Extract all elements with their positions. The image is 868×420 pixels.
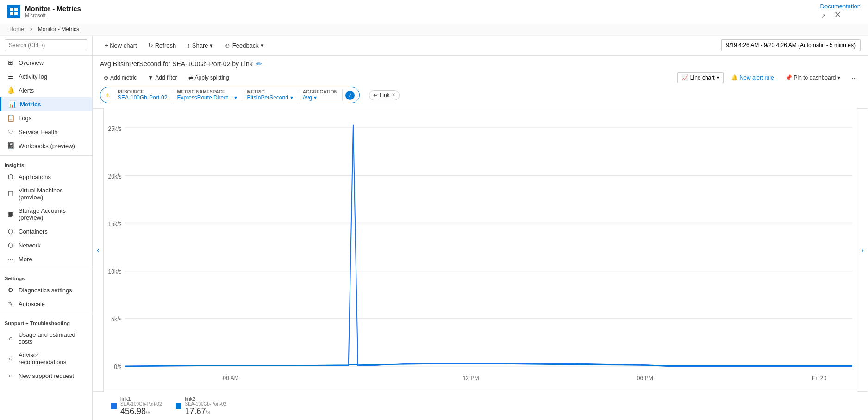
resource-field: RESOURCE SEA-100Gb-Port-02: [113, 89, 172, 101]
usage-costs-icon: ○: [6, 334, 15, 342]
namespace-field: METRIC NAMESPACE ExpressRoute Direct... …: [172, 89, 242, 101]
alerts-icon: 🔔: [6, 86, 15, 94]
chart-legend: link1 SEA-100Gb-Port-02 456.98/s link2 S…: [93, 392, 868, 420]
legend-info-link2: link2 SEA-100Gb-Port-02 17.67/s: [185, 396, 227, 416]
sidebar-item-label: Virtual Machines (preview): [19, 187, 87, 201]
sidebar: ⊞Overview☰Activity log🔔Alerts📊Metrics📋Lo…: [0, 36, 93, 420]
chart-wrapper: ‹ 25k/s 20k/s 15k/s 10k/s 5k/s 0/s: [93, 108, 868, 392]
sidebar-divider-1: [0, 155, 92, 156]
svg-text:06 PM: 06 PM: [637, 373, 653, 382]
sidebar-item-label: Alerts: [19, 87, 34, 94]
apply-splitting-button[interactable]: ⇌ Apply splitting: [185, 73, 233, 83]
legend-value-link2: 17.67/s: [185, 407, 227, 416]
share-button[interactable]: ↑ Share ▾: [182, 40, 218, 51]
chart-nav-left-button[interactable]: ‹: [93, 108, 104, 392]
link-icon: ↩: [373, 92, 378, 99]
metric-config-bar: ⚠ RESOURCE SEA-100Gb-Port-02 METRIC NAME…: [100, 87, 360, 103]
documentation-link[interactable]: Documentation: [820, 3, 861, 10]
advisor-icon: ○: [6, 355, 15, 362]
chart-type-button[interactable]: 📈 Line chart ▾: [677, 72, 724, 83]
sidebar-item-overview[interactable]: ⊞Overview: [0, 56, 92, 69]
sidebar-item-network[interactable]: ⬡Network: [0, 238, 92, 252]
alert-icon: 🔔: [731, 74, 738, 81]
sidebar-item-virtual-machines[interactable]: ☐Virtual Machines (preview): [0, 184, 92, 204]
breadcrumb-home[interactable]: Home: [9, 26, 24, 32]
svg-text:12 PM: 12 PM: [463, 373, 479, 382]
resource-value[interactable]: SEA-100Gb-Port-02: [118, 94, 167, 101]
svg-rect-1: [14, 8, 18, 11]
sidebar-item-label: Usage and estimated costs: [19, 331, 87, 345]
legend-value-link1: 456.98/s: [120, 407, 162, 416]
pin-arrow-icon: ▾: [837, 74, 840, 81]
new-chart-button[interactable]: + New chart: [100, 40, 142, 51]
service-health-icon: ♡: [6, 128, 15, 136]
sidebar-item-service-health[interactable]: ♡Service Health: [0, 125, 92, 139]
app-title-main: Monitor - Metrics: [25, 5, 81, 12]
main-layout: ⊞Overview☰Activity log🔔Alerts📊Metrics📋Lo…: [0, 36, 868, 420]
sidebar-item-autoscale[interactable]: ✎Autoscale: [0, 297, 92, 311]
svg-rect-3: [14, 12, 18, 15]
new-support-icon: ○: [6, 372, 15, 379]
external-link-icon: ↗: [821, 13, 825, 19]
sidebar-item-workbooks[interactable]: 📓Workbooks (preview): [0, 139, 92, 153]
support-section-label: Support + Troubleshooting: [0, 317, 92, 328]
legend-color-link2: [176, 403, 181, 409]
add-metric-button[interactable]: ⊕ Add metric: [100, 73, 140, 83]
top-bar-right: Documentation ↗ ✕: [820, 3, 861, 20]
diagnostics-settings-icon: ⚙: [6, 286, 15, 294]
more-options-button[interactable]: ···: [848, 72, 861, 83]
chart-svg: 25k/s 20k/s 15k/s 10k/s 5k/s 0/s 06 AM 1: [104, 113, 857, 387]
feedback-button[interactable]: ☺ Feedback ▾: [219, 40, 268, 51]
sidebar-support-nav: ○Usage and estimated costs○Advisor recom…: [0, 328, 92, 383]
splitting-icon: ⇌: [188, 74, 193, 81]
new-alert-button[interactable]: 🔔 New alert rule: [727, 73, 778, 83]
svg-text:20k/s: 20k/s: [108, 172, 121, 180]
content-area: + New chart ↻ Refresh ↑ Share ▾ ☺ Feedba…: [93, 36, 868, 420]
metric-value[interactable]: BitsInPerSecond ▾: [247, 94, 293, 101]
sidebar-item-usage-costs[interactable]: ○Usage and estimated costs: [0, 328, 92, 348]
add-filter-button[interactable]: ▼ Add filter: [144, 73, 181, 83]
settings-section-label: Settings: [0, 272, 92, 283]
sidebar-item-label: Service Health: [19, 129, 58, 136]
sidebar-item-more[interactable]: ···More: [0, 252, 92, 266]
svg-rect-2: [10, 12, 13, 15]
chart-nav-right-button[interactable]: ›: [857, 108, 868, 392]
sidebar-item-advisor[interactable]: ○Advisor recommendations: [0, 348, 92, 369]
sidebar-item-storage-accounts[interactable]: ▦Storage Accounts (preview): [0, 204, 92, 224]
chart-title: Avg BitsInPerSecond for SEA-100Gb-Port-0…: [100, 60, 253, 68]
time-range-button[interactable]: 9/19 4:26 AM - 9/20 4:26 AM (Automatic -…: [721, 39, 861, 51]
sidebar-item-alerts[interactable]: 🔔Alerts: [0, 83, 92, 97]
edit-title-icon[interactable]: ✏: [256, 60, 262, 68]
sidebar-item-new-support[interactable]: ○New support request: [0, 369, 92, 383]
autoscale-icon: ✎: [6, 300, 15, 308]
search-input[interactable]: [5, 39, 87, 51]
sub-toolbar-left: ⊕ Add metric ▼ Add filter ⇌ Apply splitt…: [100, 73, 233, 83]
refresh-button[interactable]: ↻ Refresh: [144, 40, 181, 51]
confirm-metric-button[interactable]: ✓: [345, 91, 355, 100]
workbooks-icon: 📓: [6, 142, 15, 149]
remove-link-tag-button[interactable]: ✕: [392, 93, 395, 98]
pin-icon: 📌: [785, 74, 792, 81]
sidebar-item-applications[interactable]: ⬡Applications: [0, 170, 92, 184]
legend-label-link2: link2: [185, 396, 227, 401]
legend-color-link1: [111, 403, 117, 409]
sidebar-item-activity-log[interactable]: ☰Activity log: [0, 69, 92, 83]
aggregation-value[interactable]: Avg ▾: [303, 94, 337, 101]
close-button[interactable]: ✕: [834, 10, 841, 20]
breadcrumb-current: Monitor - Metrics: [38, 26, 79, 32]
sidebar-item-diagnostics-settings[interactable]: ⚙Diagnostics settings: [0, 283, 92, 297]
share-icon: ↑: [187, 42, 190, 49]
svg-text:5k/s: 5k/s: [111, 315, 121, 323]
legend-label-link1: link1: [120, 396, 162, 401]
namespace-value[interactable]: ExpressRoute Direct... ▾: [177, 94, 237, 101]
link-tag[interactable]: ↩ Link ✕: [369, 90, 400, 100]
filter-icon: ▼: [148, 74, 153, 81]
sidebar-item-containers[interactable]: ⬡Containers: [0, 224, 92, 238]
toolbar-right: 9/19 4:26 AM - 9/20 4:26 AM (Automatic -…: [721, 39, 861, 51]
svg-text:15k/s: 15k/s: [108, 220, 121, 228]
sidebar-item-metrics[interactable]: 📊Metrics: [0, 97, 92, 111]
metrics-icon: 📊: [8, 100, 16, 108]
pin-dashboard-button[interactable]: 📌 Pin to dashboard ▾: [781, 73, 844, 83]
overview-icon: ⊞: [6, 59, 15, 66]
sidebar-item-logs[interactable]: 📋Logs: [0, 111, 92, 125]
